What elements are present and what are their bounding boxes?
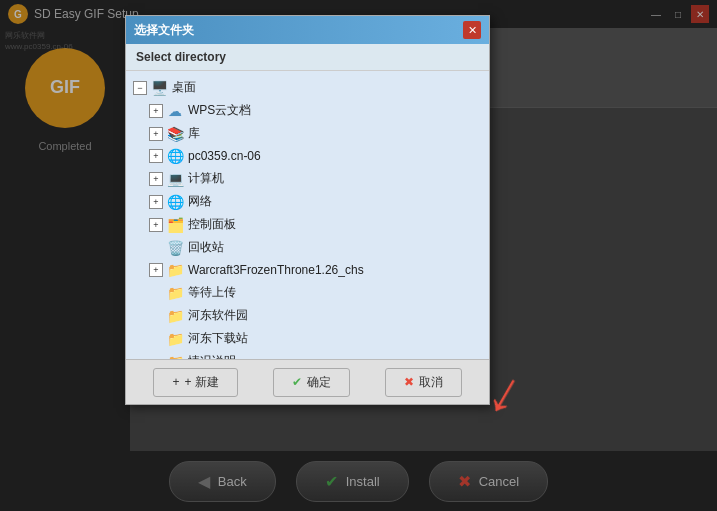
dialog-header: Select directory (126, 44, 489, 71)
installer-window: G SD Easy GIF Setup — □ ✕ 网乐软件网 www.pc03… (0, 0, 717, 511)
computer-icon: 💻 (166, 171, 184, 187)
tree-label-pending: 等待上传 (188, 284, 236, 301)
tree-item-info[interactable]: + 📁 情况说明 (131, 350, 484, 359)
check-icon: ✔ (292, 375, 302, 389)
expand-icon[interactable]: + (149, 104, 163, 118)
dialog-title: 选择文件夹 (134, 22, 463, 39)
expand-icon[interactable]: + (149, 127, 163, 141)
expand-icon[interactable]: − (133, 81, 147, 95)
tree-label-hedong-dl: 河东下载站 (188, 330, 248, 347)
tree-item-library[interactable]: + 📚 库 (131, 122, 484, 145)
tree-label-wps: WPS云文档 (188, 102, 251, 119)
expand-icon[interactable]: + (149, 218, 163, 232)
select-directory-dialog: 选择文件夹 ✕ Select directory − 🖥️ 桌面 + ☁ W (125, 15, 490, 405)
tree-item-warcraft[interactable]: + 📁 Warcraft3FrozenThrone1.26_chs (131, 259, 484, 281)
expand-icon[interactable]: + (149, 149, 163, 163)
tree-label-library: 库 (188, 125, 200, 142)
tree-root-desktop[interactable]: − 🖥️ 桌面 (131, 76, 484, 99)
tree-item-pending[interactable]: + 📁 等待上传 (131, 281, 484, 304)
expand-icon[interactable]: + (149, 263, 163, 277)
hedong-dl-icon: 📁 (166, 331, 184, 347)
pc0359-icon: 🌐 (166, 148, 184, 164)
dialog-footer: + + 新建 ✔ 确定 ✖ 取消 (126, 359, 489, 404)
x-icon: ✖ (404, 375, 414, 389)
dialog-cancel-button[interactable]: ✖ 取消 (385, 368, 462, 397)
tree-item-controlpanel[interactable]: + 🗂️ 控制面板 (131, 213, 484, 236)
tree-item-network[interactable]: + 🌐 网络 (131, 190, 484, 213)
ok-button[interactable]: ✔ 确定 (273, 368, 350, 397)
new-folder-button[interactable]: + + 新建 (153, 368, 237, 397)
tree-label-warcraft: Warcraft3FrozenThrone1.26_chs (188, 263, 364, 277)
expand-icon[interactable]: + (149, 195, 163, 209)
expand-icon[interactable]: + (149, 172, 163, 186)
cancel-label: 取消 (419, 374, 443, 391)
dialog-close-button[interactable]: ✕ (463, 21, 481, 39)
network-icon: 🌐 (166, 194, 184, 210)
dialog-tree[interactable]: − 🖥️ 桌面 + ☁ WPS云文档 + 📚 库 (126, 71, 489, 359)
new-label: + 新建 (184, 374, 218, 391)
dialog-title-bar: 选择文件夹 ✕ (126, 16, 489, 44)
controlpanel-icon: 🗂️ (166, 217, 184, 233)
tree-item-computer[interactable]: + 💻 计算机 (131, 167, 484, 190)
plus-icon: + (172, 375, 179, 389)
dialog-overlay: 选择文件夹 ✕ Select directory − 🖥️ 桌面 + ☁ W (0, 0, 717, 511)
tree-label-controlpanel: 控制面板 (188, 216, 236, 233)
tree-item-hedong-dl[interactable]: + 📁 河东下载站 (131, 327, 484, 350)
tree-label-computer: 计算机 (188, 170, 224, 187)
tree-item-wps[interactable]: + ☁ WPS云文档 (131, 99, 484, 122)
wps-icon: ☁ (166, 103, 184, 119)
recycle-icon: 🗑️ (166, 240, 184, 256)
desktop-icon: 🖥️ (150, 80, 168, 96)
tree-item-recycle[interactable]: + 🗑️ 回收站 (131, 236, 484, 259)
warcraft-icon: 📁 (166, 262, 184, 278)
library-icon: 📚 (166, 126, 184, 142)
tree-root-label: 桌面 (172, 79, 196, 96)
tree-label-network: 网络 (188, 193, 212, 210)
ok-label: 确定 (307, 374, 331, 391)
tree-item-hedong-sw[interactable]: + 📁 河东软件园 (131, 304, 484, 327)
tree-label-hedong-sw: 河东软件园 (188, 307, 248, 324)
tree-label-pc0359: pc0359.cn-06 (188, 149, 261, 163)
hedong-sw-icon: 📁 (166, 308, 184, 324)
tree-label-recycle: 回收站 (188, 239, 224, 256)
tree-item-pc0359[interactable]: + 🌐 pc0359.cn-06 (131, 145, 484, 167)
pending-icon: 📁 (166, 285, 184, 301)
